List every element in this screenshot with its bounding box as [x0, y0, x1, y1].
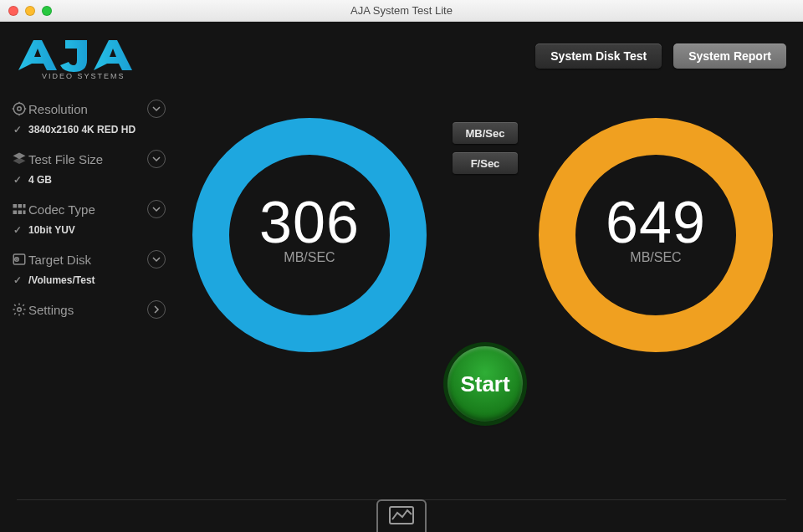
- settings-button[interactable]: Settings: [10, 298, 166, 321]
- chevron-down-icon: [147, 250, 166, 269]
- close-window-button[interactable]: [8, 6, 18, 16]
- svg-point-0: [18, 107, 22, 111]
- settings-sidebar: Resolution ✓3840x2160 4K RED HD Test Fil…: [10, 97, 166, 328]
- gear-icon: [10, 302, 28, 317]
- brand-logo: VIDEO SYSTEMS: [13, 38, 147, 80]
- units-mb-sec-button[interactable]: MB/Sec: [453, 122, 518, 144]
- window-title: AJA System Test Lite: [0, 4, 803, 17]
- chevron-down-icon: [147, 100, 166, 118]
- svg-point-1: [13, 103, 25, 115]
- svg-point-15: [18, 308, 22, 312]
- resolution-label: Resolution: [28, 102, 147, 116]
- svg-rect-7: [18, 204, 23, 208]
- resolution-icon: [10, 101, 28, 116]
- chevron-down-icon: [147, 200, 166, 218]
- svg-point-14: [17, 259, 18, 260]
- graph-icon: [389, 506, 414, 528]
- svg-rect-8: [23, 204, 26, 208]
- minimize-window-button[interactable]: [25, 6, 35, 16]
- read-gauge: 649 MB/SEC READ: [530, 114, 781, 398]
- app-body: VIDEO SYSTEMS System Disk Test System Re…: [0, 22, 803, 532]
- check-icon: ✓: [12, 124, 23, 136]
- chevron-down-icon: [147, 150, 166, 168]
- target-disk-value: /Volumes/Test: [28, 274, 95, 286]
- svg-rect-10: [18, 211, 23, 215]
- brand-tagline: VIDEO SYSTEMS: [42, 72, 125, 80]
- units-f-sec-button[interactable]: F/Sec: [453, 152, 518, 174]
- zoom-window-button[interactable]: [42, 6, 52, 16]
- file-size-dropdown[interactable]: Test File Size: [10, 147, 166, 171]
- system-disk-test-button[interactable]: System Disk Test: [535, 43, 662, 69]
- target-disk-label: Target Disk: [28, 253, 147, 267]
- disk-icon: [10, 252, 28, 267]
- file-size-label: Test File Size: [28, 152, 147, 166]
- graph-toggle-button[interactable]: [376, 499, 427, 532]
- layers-icon: [10, 151, 28, 166]
- start-button[interactable]: Start: [448, 346, 523, 422]
- check-icon: ✓: [12, 174, 23, 186]
- svg-rect-6: [13, 204, 18, 208]
- window-titlebar: AJA System Test Lite: [0, 0, 803, 22]
- svg-rect-11: [23, 211, 26, 215]
- write-gauge: 306 MB/SEC WRITE: [184, 114, 435, 398]
- system-report-button[interactable]: System Report: [673, 43, 786, 69]
- codec-value: 10bit YUV: [28, 224, 75, 236]
- codec-icon: [10, 202, 28, 217]
- check-icon: ✓: [12, 224, 23, 236]
- target-disk-dropdown[interactable]: Target Disk: [10, 248, 166, 271]
- resolution-dropdown[interactable]: Resolution: [10, 97, 166, 120]
- settings-label: Settings: [28, 303, 147, 317]
- file-size-value: 4 GB: [28, 174, 52, 186]
- write-value: 306: [259, 193, 360, 252]
- chevron-right-icon: [147, 300, 166, 319]
- resolution-value: 3840x2160 4K RED HD: [28, 124, 136, 136]
- check-icon: ✓: [12, 274, 23, 286]
- read-value: 649: [606, 193, 706, 252]
- codec-label: Codec Type: [28, 202, 147, 217]
- window-controls: [8, 6, 52, 16]
- codec-dropdown[interactable]: Codec Type: [10, 197, 166, 221]
- svg-rect-9: [13, 211, 18, 215]
